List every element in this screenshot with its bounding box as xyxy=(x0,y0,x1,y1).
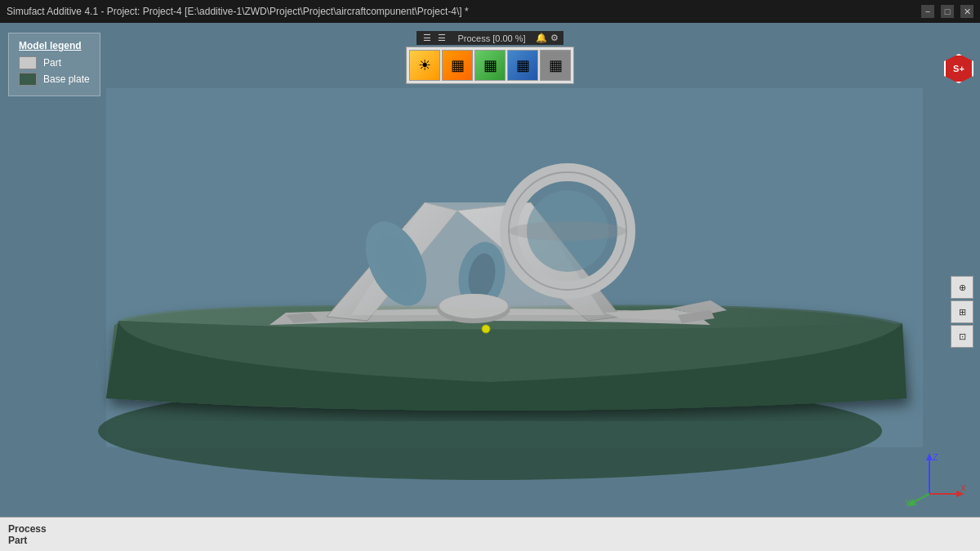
legend-item-part: Part xyxy=(19,56,90,69)
logo-text: S+ xyxy=(953,64,964,73)
status-line2: Part xyxy=(8,535,972,546)
title-bar-controls: − □ ✕ xyxy=(921,5,973,18)
legend-title: Model legend xyxy=(19,40,90,51)
legend-label-part: Part xyxy=(43,57,61,69)
toolbar-btn-grid2[interactable]: ▦ xyxy=(540,50,571,81)
toolbar-icons-row: ☀ ▦ ▦ ▦ ▦ xyxy=(406,47,574,84)
svg-marker-15 xyxy=(926,453,933,460)
process-label: Process [0.00 %] xyxy=(457,33,525,43)
axes-indicator: Z Y X xyxy=(905,449,970,506)
main-viewport: Model legend Part Base plate ☰ ☰ Process… xyxy=(0,23,980,551)
toolbar-btn-table[interactable]: ▦ xyxy=(474,50,506,81)
title-bar: Simufact Additive 4.1 - Project: Project… xyxy=(0,0,980,23)
settings-icon[interactable]: ⚙ xyxy=(550,33,559,43)
top-toolbar: ☰ ☰ Process [0.00 %] 🔔 ⚙ ☀ ▦ ▦ ▦ ▦ xyxy=(406,31,574,84)
toolbar-btn-layers[interactable]: ▦ xyxy=(442,50,473,81)
nav-cube: ⊕ ⊞ ⊡ xyxy=(951,276,973,348)
nav-cube-bot[interactable]: ⊡ xyxy=(951,325,973,348)
status-line1: Process xyxy=(8,523,972,535)
nav-cube-mid[interactable]: ⊞ xyxy=(951,300,973,323)
svg-point-13 xyxy=(482,325,490,333)
3d-scene xyxy=(0,23,980,551)
y-axis-label: Y xyxy=(905,498,911,506)
legend-label-baseplate: Base plate xyxy=(43,73,90,85)
status-bar: Process Part xyxy=(0,517,980,551)
legend-item-baseplate: Base plate xyxy=(19,73,90,86)
close-button[interactable]: ✕ xyxy=(960,5,973,18)
maximize-button[interactable]: □ xyxy=(941,5,954,18)
legend-swatch-part xyxy=(19,56,37,69)
model-legend: Model legend Part Base plate xyxy=(8,33,100,96)
bell-icon[interactable]: 🔔 xyxy=(536,33,547,43)
toolbar-process-bar: ☰ ☰ Process [0.00 %] 🔔 ⚙ xyxy=(416,31,563,45)
window-title: Simufact Additive 4.1 - Project: Project… xyxy=(7,6,469,17)
legend-swatch-baseplate xyxy=(19,73,37,86)
svg-point-12 xyxy=(439,294,508,318)
toolbar-menu-icon2[interactable]: ☰ xyxy=(436,33,448,43)
svg-point-10 xyxy=(509,221,626,241)
nav-cube-top[interactable]: ⊕ xyxy=(951,276,973,299)
z-axis-label: Z xyxy=(933,452,938,462)
toolbar-btn-sun[interactable]: ☀ xyxy=(409,50,440,81)
minimize-button[interactable]: − xyxy=(921,5,934,18)
toolbar-btn-grid1[interactable]: ▦ xyxy=(507,50,538,81)
toolbar-menu-icon1[interactable]: ☰ xyxy=(421,33,433,43)
x-axis-label: X xyxy=(960,483,967,493)
